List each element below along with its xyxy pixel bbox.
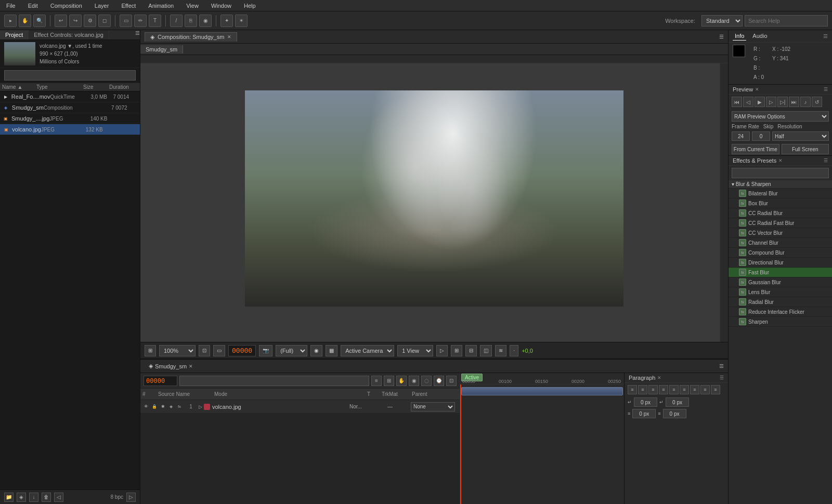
tool-clone[interactable]: ⎘ — [185, 15, 197, 27]
menu-help[interactable]: Help — [242, 2, 258, 10]
effects-category-blur[interactable]: ▾ Blur & Sharpen — [729, 180, 832, 189]
file-item-3[interactable]: ▣ Smudgy_....jpg JPEG 140 KB — [0, 113, 140, 124]
menu-view[interactable]: View — [184, 2, 201, 10]
align-justify-all[interactable]: ≡ — [690, 385, 699, 394]
search-input[interactable] — [745, 15, 828, 26]
align-extra[interactable]: ≡ — [700, 385, 710, 394]
para-menu[interactable]: ☰ — [720, 375, 724, 380]
prev-play-stop[interactable]: ▷ — [766, 97, 776, 107]
render-btn[interactable]: ▷ — [126, 493, 136, 502]
effects-close[interactable]: ✕ — [778, 158, 783, 163]
project-search-input[interactable] — [4, 70, 136, 81]
new-folder-btn[interactable]: 📁 — [4, 493, 14, 502]
effect-lens-blur[interactable]: fx Lens Blur — [729, 287, 832, 297]
menu-composition[interactable]: Composition — [48, 2, 84, 10]
preview-close[interactable]: ✕ — [755, 87, 759, 92]
tl-btn-2[interactable]: ⊞ — [384, 376, 394, 386]
indent-right-input[interactable] — [666, 397, 689, 407]
ram-preview-select[interactable]: RAM Preview Options — [732, 111, 829, 122]
menu-animation[interactable]: Animation — [146, 2, 176, 10]
tool-extra[interactable]: ✶ — [235, 15, 248, 27]
skip-input[interactable] — [752, 131, 770, 141]
time-display[interactable]: 00000 — [228, 345, 256, 356]
camera-icon[interactable]: 📷 — [259, 345, 272, 356]
file-item-1[interactable]: ▶ Real_Fo....mov QuickTime 3,0 MB 7 0014 — [0, 91, 140, 102]
grid-btn[interactable]: ⊞ — [145, 345, 156, 356]
lock-icon[interactable]: 🔒 — [151, 403, 158, 410]
eye-icon[interactable]: 👁 — [142, 403, 150, 410]
new-comp-btn[interactable]: ◈ — [17, 493, 26, 502]
effect-bilateral-blur[interactable]: fx Bilateral Blur — [729, 189, 832, 198]
align-left[interactable]: ≡ — [628, 385, 637, 394]
tool-eraser[interactable]: ◉ — [199, 15, 212, 27]
from-current-btn[interactable]: From Current Time — [732, 144, 779, 154]
layer-row-1[interactable]: 👁 🔒 ✱ ◈ fx 1 ▷ volcano.jpg Nor... — — [140, 400, 460, 414]
menu-edit[interactable]: Edit — [26, 2, 40, 10]
timeline-tab-close[interactable]: ✕ — [189, 364, 193, 369]
region-btn[interactable]: ▭ — [213, 345, 225, 356]
draft-btn[interactable]: ⋅ — [510, 345, 518, 356]
align-right[interactable]: ≡ — [648, 385, 658, 394]
playhead[interactable] — [460, 384, 461, 504]
col-size[interactable]: Size — [83, 84, 109, 90]
effect-directional-blur[interactable]: fx Directional Blur — [729, 258, 832, 268]
fit-btn[interactable]: ⊡ — [199, 345, 210, 356]
col-type[interactable]: Type — [36, 84, 83, 90]
prev-next-frame[interactable]: ▷| — [777, 97, 788, 107]
effect-radial-blur[interactable]: fx Radial Blur — [729, 297, 832, 307]
layer-color-1[interactable] — [204, 404, 210, 410]
file-item-2[interactable]: ◈ Smudgy_sm Composition 7 0072 — [0, 102, 140, 113]
grid-overlay-btn[interactable]: ⊞ — [451, 345, 462, 356]
effect-fast-blur[interactable]: fx Fast Blur — [729, 268, 832, 277]
align-justify-last-left[interactable]: ≡ — [659, 385, 668, 394]
menu-effect[interactable]: Effect — [119, 2, 138, 10]
effect-sharpen[interactable]: fx Sharpen — [729, 317, 832, 327]
align-justify-last-right[interactable]: ≡ — [680, 385, 689, 394]
color-mgmt-btn[interactable]: ◉ — [310, 345, 322, 356]
tool-text[interactable]: T — [149, 15, 161, 27]
align-extra2[interactable]: ≡ — [711, 385, 720, 394]
motion-blur-btn[interactable]: ≋ — [495, 345, 506, 356]
effect-cc-radial-blur[interactable]: fx CC Radial Blur — [729, 208, 832, 218]
prev-last-frame[interactable]: ⏭ — [789, 97, 799, 107]
effect-box-blur[interactable]: fx Box Blur — [729, 198, 832, 208]
tab-effect-controls[interactable]: Effect Controls: volcano.jpg — [29, 30, 109, 39]
tool-settings[interactable]: ⚙ — [84, 15, 96, 27]
delete-btn[interactable]: 🗑 — [42, 493, 51, 502]
tool-redo[interactable]: ↪ — [69, 15, 82, 27]
tool-select[interactable]: ▸ — [4, 15, 17, 27]
tl-btn-4[interactable]: ◉ — [409, 376, 419, 386]
viewer-tab-smudgy[interactable]: Smudgy_sm — [140, 45, 183, 54]
frame-rate-input[interactable] — [732, 131, 750, 141]
viewer-scroll-right[interactable] — [720, 63, 728, 342]
tl-btn-5[interactable]: ◌ — [421, 376, 432, 386]
workspace-select[interactable]: Standard All Panels Minimal — [701, 15, 743, 26]
effects-menu[interactable]: ☰ — [824, 158, 828, 163]
menu-file[interactable]: File — [4, 2, 18, 10]
layer-parent-select-1[interactable]: None — [411, 402, 455, 412]
menu-layer[interactable]: Layer — [93, 2, 111, 10]
tl-btn-3[interactable]: ✋ — [396, 376, 407, 386]
comp-tab-close[interactable]: ✕ — [227, 34, 231, 39]
quality-icon[interactable]: ◈ — [167, 403, 175, 410]
fx-icon[interactable]: fx — [176, 403, 183, 410]
timeline-tracks[interactable] — [460, 384, 624, 504]
tab-project[interactable]: Project — [0, 30, 29, 39]
space-after-input[interactable] — [663, 409, 686, 418]
shy-icon[interactable]: ✱ — [159, 403, 166, 410]
mask-display-btn[interactable]: ◫ — [480, 345, 492, 356]
track-bar-1[interactable] — [461, 387, 623, 395]
preview-menu[interactable]: ☰ — [824, 87, 828, 92]
zoom-select[interactable]: 100% 50% 200% — [159, 345, 196, 356]
timeline-panel-menu[interactable]: ☰ — [719, 363, 724, 369]
timeline-time[interactable]: 00000 — [144, 376, 177, 386]
menu-window[interactable]: Window — [209, 2, 233, 10]
info-menu[interactable]: ☰ — [823, 33, 828, 39]
tool-puppet[interactable]: ✦ — [220, 15, 233, 27]
effect-reduce-interlace[interactable]: fx Reduce Interlace Flicker — [729, 307, 832, 317]
tool-undo[interactable]: ↩ — [55, 15, 67, 27]
layer-expand-1[interactable]: ▷ — [197, 403, 204, 410]
import-btn[interactable]: ↓ — [29, 493, 38, 502]
para-close[interactable]: ✕ — [657, 375, 661, 380]
guides-btn[interactable]: ⊟ — [465, 345, 477, 356]
